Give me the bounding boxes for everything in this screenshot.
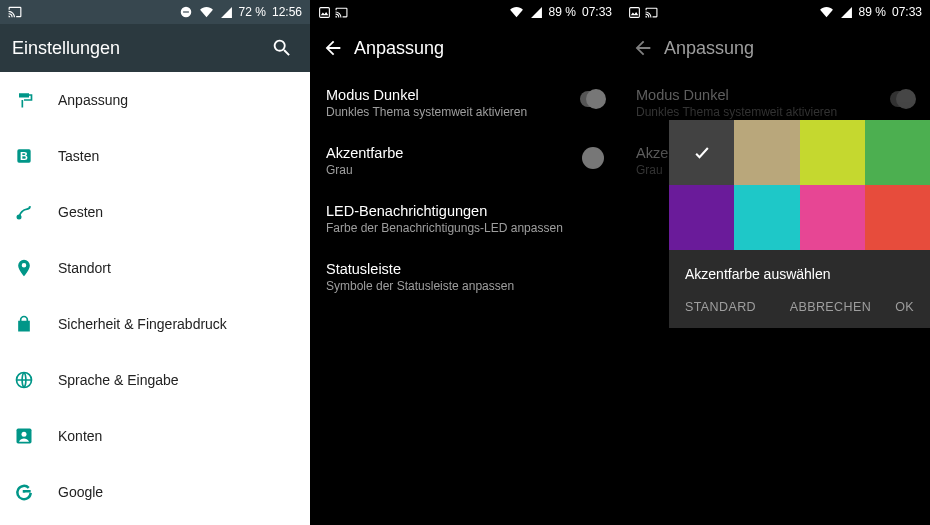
sheet-title: Akzentfarbe auswählen: [669, 250, 930, 292]
settings-item-label: Standort: [58, 260, 111, 276]
toggle-switch[interactable]: [580, 91, 604, 107]
back-button[interactable]: [632, 37, 664, 59]
settings-list: Anpassung B Tasten Gesten Standort Siche…: [0, 72, 310, 525]
setting-subtitle: Symbole der Statusleiste anpassen: [326, 279, 604, 293]
settings-item-anpassung[interactable]: Anpassung: [0, 72, 310, 128]
image-icon: [318, 6, 331, 19]
status-bar: 89 % 07:33: [620, 0, 930, 24]
search-icon: [271, 37, 293, 59]
svg-point-7: [22, 432, 27, 437]
accounts-icon: [14, 426, 58, 446]
search-button[interactable]: [266, 37, 298, 59]
globe-icon: [14, 370, 58, 390]
status-time: 07:33: [892, 5, 922, 19]
action-default[interactable]: STANDARD: [685, 300, 756, 314]
settings-item-label: Anpassung: [58, 92, 128, 108]
screenshot-accent-picker: 89 % 07:33 Anpassung Modus Dunkel Dunkle…: [620, 0, 930, 525]
status-time: 07:33: [582, 5, 612, 19]
app-bar: Anpassung: [620, 24, 930, 72]
swatch-5[interactable]: [734, 185, 799, 250]
setting-dark-mode[interactable]: Modus Dunkel Dunkles Thema systemweit ak…: [310, 74, 620, 132]
settings-item-standort[interactable]: Standort: [0, 240, 310, 296]
battery-text: 89 %: [549, 5, 576, 19]
google-icon: [14, 482, 58, 502]
screenshot-settings: 72 % 12:56 Einstellungen Anpassung B Tas…: [0, 0, 310, 525]
swatch-1[interactable]: [734, 120, 799, 185]
svg-text:B: B: [20, 150, 28, 162]
settings-item-google[interactable]: Google: [0, 464, 310, 520]
setting-statusbar[interactable]: Statusleiste Symbole der Statusleiste an…: [310, 248, 620, 306]
accent-preview-dot: [582, 147, 604, 169]
settings-item-konten[interactable]: Konten: [0, 408, 310, 464]
swatch-4[interactable]: [669, 185, 734, 250]
battery-text: 89 %: [859, 5, 886, 19]
back-button[interactable]: [322, 37, 354, 59]
settings-item-label: Google: [58, 484, 103, 500]
setting-title: Modus Dunkel: [326, 87, 604, 103]
setting-title: LED-Benachrichtigungen: [326, 203, 604, 219]
setting-title: Akzentfarbe: [326, 145, 604, 161]
cast-icon: [645, 6, 658, 19]
settings-item-label: Sicherheit & Fingerabdruck: [58, 316, 227, 332]
anpassung-list-dimmed: Modus Dunkel Dunkles Thema systemweit ak…: [620, 72, 930, 525]
buttons-icon: B: [14, 146, 58, 166]
status-bar: 72 % 12:56: [0, 0, 310, 24]
page-title: Anpassung: [354, 38, 608, 59]
back-arrow-icon: [632, 37, 654, 59]
app-bar: Einstellungen: [0, 24, 310, 72]
signal-icon: [220, 6, 233, 19]
check-icon: [692, 143, 712, 163]
sheet-actions: STANDARD ABBRECHEN OK: [669, 292, 930, 328]
setting-accent-color[interactable]: Akzentfarbe Grau: [310, 132, 620, 190]
anpassung-list: Modus Dunkel Dunkles Thema systemweit ak…: [310, 72, 620, 525]
gestures-icon: [14, 202, 58, 222]
svg-rect-8: [320, 7, 330, 17]
screenshot-anpassung: 89 % 07:33 Anpassung Modus Dunkel Dunkle…: [310, 0, 620, 525]
app-bar: Anpassung: [310, 24, 620, 72]
signal-icon: [840, 6, 853, 19]
paint-roller-icon: [14, 90, 58, 110]
swatch-2[interactable]: [800, 120, 865, 185]
status-bar: 89 % 07:33: [310, 0, 620, 24]
accent-color-sheet: Akzentfarbe auswählen STANDARD ABBRECHEN…: [669, 120, 930, 328]
swatch-6[interactable]: [800, 185, 865, 250]
page-title: Einstellungen: [12, 38, 266, 59]
wifi-icon: [199, 5, 214, 19]
settings-item-label: Tasten: [58, 148, 99, 164]
back-arrow-icon: [322, 37, 344, 59]
swatch-7[interactable]: [865, 185, 930, 250]
battery-text: 72 %: [239, 5, 266, 19]
cast-icon: [335, 6, 348, 19]
wifi-icon: [509, 5, 524, 19]
swatch-3[interactable]: [865, 120, 930, 185]
wifi-icon: [819, 5, 834, 19]
setting-title: Statusleiste: [326, 261, 604, 277]
page-title: Anpassung: [664, 38, 918, 59]
setting-led-notifications[interactable]: LED-Benachrichtigungen Farbe der Benachr…: [310, 190, 620, 248]
location-icon: [14, 258, 58, 278]
swatch-0[interactable]: [669, 120, 734, 185]
action-ok[interactable]: OK: [895, 300, 914, 314]
setting-subtitle: Farbe der Benachrichtigungs-LED anpassen: [326, 221, 604, 235]
setting-subtitle: Dunkles Thema systemweit aktivieren: [326, 105, 604, 119]
settings-item-label: Sprache & Eingabe: [58, 372, 179, 388]
svg-rect-9: [630, 7, 640, 17]
dnd-icon: [179, 5, 193, 19]
action-cancel[interactable]: ABBRECHEN: [790, 300, 871, 314]
swatch-grid: [669, 120, 930, 250]
settings-item-label: Konten: [58, 428, 102, 444]
setting-subtitle: Grau: [326, 163, 604, 177]
status-time: 12:56: [272, 5, 302, 19]
image-icon: [628, 6, 641, 19]
svg-rect-1: [183, 11, 189, 12]
lock-icon: [14, 314, 58, 334]
settings-item-tasten[interactable]: B Tasten: [0, 128, 310, 184]
settings-item-label: Gesten: [58, 204, 103, 220]
signal-icon: [530, 6, 543, 19]
settings-item-gesten[interactable]: Gesten: [0, 184, 310, 240]
cast-icon: [8, 5, 22, 19]
settings-item-sicherheit[interactable]: Sicherheit & Fingerabdruck: [0, 296, 310, 352]
settings-item-sprache[interactable]: Sprache & Eingabe: [0, 352, 310, 408]
